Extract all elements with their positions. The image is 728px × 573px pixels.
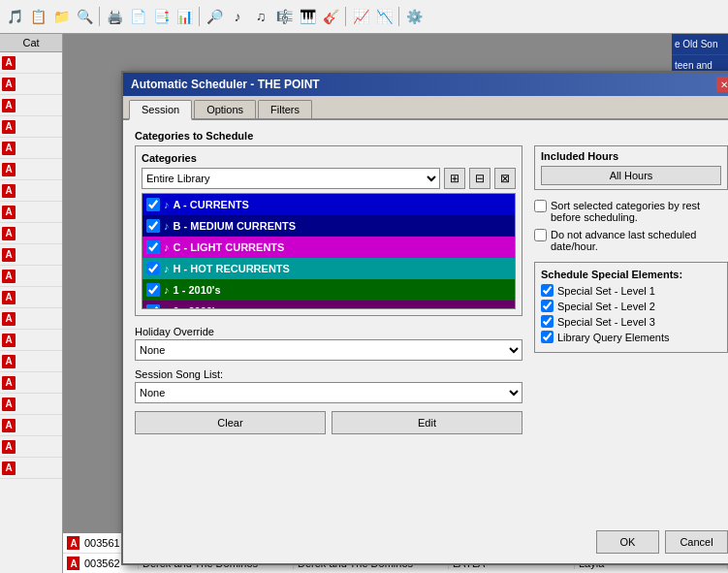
all-hours-button[interactable]: All Hours [541, 166, 721, 185]
sidebar: Cat A A A A A A A A A A A [0, 34, 63, 573]
sidebar-badge-6: A [2, 163, 16, 176]
special-label-3: Special Set - Level 3 [557, 316, 655, 328]
toolbar-icon-2[interactable]: 📋 [27, 6, 48, 27]
session-song-list-select[interactable]: None [135, 382, 522, 403]
scheduler-dialog: Automatic Scheduler - THE POINT ✕ Sessio… [121, 71, 728, 565]
special-checkbox-4[interactable] [541, 331, 554, 343]
cat-note-5: ♪ [164, 284, 170, 296]
toolbar-icon-14[interactable]: 🎸 [320, 6, 341, 27]
sidebar-row-9: A [0, 223, 62, 244]
sidebar-row-7: A [0, 180, 62, 202]
cat-note-4: ♪ [164, 263, 170, 274]
toolbar-icon-4[interactable]: 🔍 [74, 6, 95, 27]
cat-checkbox-6[interactable] [146, 304, 160, 309]
session-song-list-group: Session Song List: None [135, 368, 522, 403]
toolbar-sep-1 [99, 7, 100, 26]
grid-icon-btn-3[interactable]: ⊠ [494, 168, 516, 189]
dialog-left-col: Categories Entire Library ⊞ ⊟ ⊠ [135, 145, 522, 434]
sidebar-badge-4: A [2, 120, 16, 134]
cat-item-2: ♪ B - MEDIUM CURRENTS [142, 215, 515, 237]
special-item-3: Special Set - Level 3 [541, 315, 721, 328]
sidebar-row-5: A [0, 138, 62, 159]
tab-options[interactable]: Options [194, 100, 256, 118]
sidebar-badge-9: A [2, 227, 16, 240]
dialog-close-button[interactable]: ✕ [716, 77, 728, 92]
dialog-footer: OK Cancel [596, 530, 728, 554]
sidebar-row-10: A [0, 244, 62, 266]
toolbar-icon-16[interactable]: 📉 [373, 6, 395, 27]
sort-label: Sort selected categories by rest before … [551, 200, 728, 223]
cat-label-3: C - LIGHT CURRENTS [174, 241, 285, 253]
toolbar-icon-15[interactable]: 📈 [350, 6, 371, 27]
toolbar-icon-17[interactable]: ⚙️ [403, 6, 425, 27]
cat-label-5: 1 - 2010's [174, 284, 221, 296]
sort-checkbox-row: Sort selected categories by rest before … [534, 200, 728, 223]
sidebar-header: Cat [0, 34, 62, 52]
sidebar-row-8: A [0, 202, 62, 223]
sidebar-badge-3: A [2, 99, 16, 112]
toolbar-icon-10[interactable]: ♪ [227, 6, 248, 27]
no-advance-checkbox[interactable] [534, 229, 547, 241]
grid-icon-btn-1[interactable]: ⊞ [444, 168, 465, 189]
form-buttons: Clear Edit [135, 411, 522, 434]
clear-button[interactable]: Clear [135, 411, 326, 434]
tab-filters[interactable]: Filters [258, 100, 312, 118]
toolbar-icon-9[interactable]: 🔎 [204, 6, 225, 27]
no-advance-label: Do not advance last scheduled date/hour. [551, 229, 728, 252]
toolbar-icon-11[interactable]: ♫ [250, 6, 271, 27]
categories-box: Categories Entire Library ⊞ ⊟ ⊠ [135, 145, 522, 316]
sidebar-badge-18: A [2, 419, 16, 432]
sort-checkbox[interactable] [534, 200, 547, 212]
cat-checkbox-3[interactable] [146, 240, 160, 254]
sidebar-row-6: A [0, 159, 62, 180]
toolbar-icon-12[interactable]: 🎼 [273, 6, 295, 27]
cat-label-1: A - CURRENTS [174, 199, 249, 210]
cat-checkbox-5[interactable] [146, 283, 160, 297]
cat-note-2: ♪ [164, 220, 170, 232]
sidebar-badge-20: A [2, 462, 16, 475]
sidebar-row-17: A [0, 394, 62, 415]
tab-session[interactable]: Session [129, 100, 192, 120]
sidebar-badge-8: A [2, 206, 16, 219]
cat-item-5: ♪ 1 - 2010's [142, 279, 515, 301]
sidebar-row-1: A [0, 52, 62, 74]
holiday-override-group: Holiday Override None [135, 326, 522, 361]
toolbar-icon-7[interactable]: 📑 [150, 6, 172, 27]
toolbar-icon-13[interactable]: 🎹 [297, 6, 318, 27]
toolbar-sep-3 [345, 7, 346, 26]
special-checkbox-2[interactable] [541, 300, 554, 312]
toolbar-icon-3[interactable]: 📁 [50, 6, 72, 27]
special-set-label: Schedule Special Elements: [541, 269, 721, 280]
sidebar-row-12: A [0, 287, 62, 308]
cancel-button[interactable]: Cancel [665, 530, 728, 554]
category-controls: Entire Library ⊞ ⊟ ⊠ [142, 168, 516, 189]
special-checkbox-1[interactable] [541, 284, 554, 297]
edit-button[interactable]: Edit [332, 411, 522, 434]
ok-button[interactable]: OK [596, 530, 659, 554]
dialog-body: Categories to Schedule Categories Entire… [123, 120, 728, 444]
toolbar-icon-5[interactable]: 🖨️ [104, 6, 125, 27]
cat-checkbox-1[interactable] [146, 198, 160, 211]
dialog-titlebar: Automatic Scheduler - THE POINT ✕ [123, 73, 728, 96]
special-checkbox-3[interactable] [541, 315, 554, 328]
holiday-override-select[interactable]: None [135, 339, 522, 361]
sidebar-badge-11: A [2, 270, 16, 283]
sidebar-badge-12: A [2, 291, 16, 304]
cat-checkbox-2[interactable] [146, 219, 160, 233]
cat-checkbox-4[interactable] [146, 262, 160, 275]
category-dropdown[interactable]: Entire Library [142, 168, 440, 189]
main-area: Cat A A A A A A A A A A A [0, 34, 728, 573]
grid-icon-btn-2[interactable]: ⊟ [469, 168, 491, 189]
toolbar-icon-6[interactable]: 📄 [127, 6, 148, 27]
sidebar-badge-15: A [2, 355, 16, 368]
included-hours-label: Included Hours [541, 150, 721, 162]
special-item-4: Library Query Elements [541, 331, 721, 343]
row1-badge: A [67, 536, 80, 550]
sidebar-badge-1: A [2, 56, 16, 70]
sidebar-badge-17: A [2, 398, 16, 411]
special-label-2: Special Set - Level 2 [557, 301, 655, 312]
toolbar-icon-8[interactable]: 📊 [174, 6, 195, 27]
toolbar-icon-1[interactable]: 🎵 [4, 6, 25, 27]
row2-badge-cell: A [63, 557, 80, 570]
categories-box-label: Categories [142, 152, 516, 164]
